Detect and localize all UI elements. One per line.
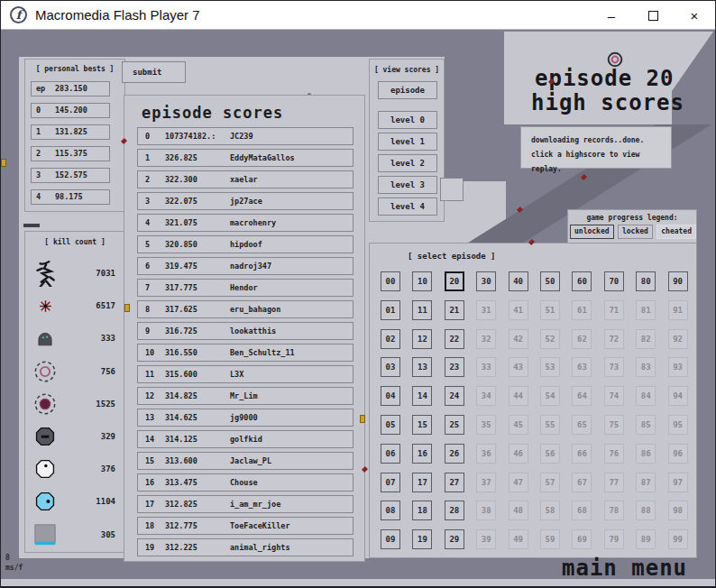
episode-cell-76[interactable]: 76 <box>604 444 624 464</box>
episode-cell-55[interactable]: 55 <box>540 415 560 435</box>
episode-cell-64[interactable]: 64 <box>572 386 592 406</box>
episode-cell-71[interactable]: 71 <box>604 300 624 320</box>
maximize-button[interactable] <box>632 1 674 30</box>
episode-cell-06[interactable]: 06 <box>381 444 400 464</box>
episode-cell-99[interactable]: 99 <box>668 529 688 549</box>
episode-cell-50[interactable]: 50 <box>540 271 560 291</box>
episode-cell-77[interactable]: 77 <box>604 473 624 492</box>
score-row[interactable]: 4 321.075 macrohenry <box>137 214 353 232</box>
score-row[interactable]: 14 314.125 golfkid <box>137 430 353 448</box>
episode-cell-37[interactable]: 37 <box>476 473 496 492</box>
episode-cell-92[interactable]: 92 <box>668 329 688 349</box>
episode-cell-15[interactable]: 15 <box>412 415 432 435</box>
episode-cell-48[interactable]: 48 <box>509 501 528 520</box>
score-row[interactable]: 1 326.825 EddyMataGallos <box>137 149 353 167</box>
episode-cell-54[interactable]: 54 <box>540 386 560 406</box>
score-row[interactable]: 15 313.600 Jaclaw_PL <box>137 452 353 470</box>
episode-cell-03[interactable]: 03 <box>381 357 400 377</box>
score-row[interactable]: 3 322.075 jp27ace <box>137 192 353 210</box>
episode-cell-32[interactable]: 32 <box>476 329 496 349</box>
score-row[interactable]: 11 315.600 L3X <box>137 365 353 383</box>
episode-cell-09[interactable]: 09 <box>381 529 400 549</box>
main-menu-button[interactable]: main menu <box>562 556 687 581</box>
episode-cell-24[interactable]: 24 <box>445 386 464 406</box>
episode-cell-72[interactable]: 72 <box>604 329 624 349</box>
episode-cell-59[interactable]: 59 <box>540 529 560 549</box>
episode-cell-13[interactable]: 13 <box>412 357 432 377</box>
episode-cell-56[interactable]: 56 <box>540 444 560 464</box>
episode-cell-29[interactable]: 29 <box>445 529 464 549</box>
episode-cell-42[interactable]: 42 <box>509 329 528 349</box>
view-level-button[interactable]: level 2 <box>378 154 437 172</box>
episode-cell-27[interactable]: 27 <box>445 473 464 492</box>
episode-cell-08[interactable]: 08 <box>381 501 400 520</box>
episode-cell-82[interactable]: 82 <box>636 329 656 349</box>
episode-cell-83[interactable]: 83 <box>636 357 656 377</box>
episode-cell-04[interactable]: 04 <box>381 386 400 406</box>
episode-cell-87[interactable]: 87 <box>636 473 656 492</box>
episode-cell-19[interactable]: 19 <box>412 529 432 549</box>
episode-cell-89[interactable]: 89 <box>636 529 656 549</box>
episode-cell-81[interactable]: 81 <box>636 300 656 320</box>
episode-cell-70[interactable]: 70 <box>604 271 624 291</box>
episode-cell-67[interactable]: 67 <box>572 473 592 492</box>
episode-cell-60[interactable]: 60 <box>572 271 592 291</box>
episode-cell-79[interactable]: 79 <box>604 529 624 549</box>
score-row[interactable]: 13 314.625 jg9000 <box>137 409 353 427</box>
episode-cell-05[interactable]: 05 <box>381 415 400 435</box>
close-button[interactable]: × <box>674 1 715 30</box>
view-episode-button[interactable]: episode <box>378 81 437 99</box>
episode-cell-39[interactable]: 39 <box>476 529 496 549</box>
episode-cell-85[interactable]: 85 <box>636 415 656 435</box>
score-row[interactable]: 7 317.775 Hendor <box>137 279 353 297</box>
episode-cell-90[interactable]: 90 <box>668 271 688 291</box>
episode-cell-49[interactable]: 49 <box>509 529 528 549</box>
episode-cell-52[interactable]: 52 <box>540 329 560 349</box>
episode-cell-51[interactable]: 51 <box>540 300 560 320</box>
view-level-button[interactable]: level 3 <box>378 176 437 194</box>
episode-cell-91[interactable]: 91 <box>668 300 688 320</box>
episode-cell-57[interactable]: 57 <box>540 473 560 492</box>
score-row[interactable]: 16 313.475 Chouse <box>137 473 353 492</box>
episode-cell-93[interactable]: 93 <box>668 357 688 377</box>
episode-cell-02[interactable]: 02 <box>381 329 400 349</box>
score-row[interactable]: 19 312.225 animal_rights <box>137 538 353 556</box>
episode-cell-86[interactable]: 86 <box>636 444 656 464</box>
episode-cell-33[interactable]: 33 <box>476 357 496 377</box>
episode-cell-10[interactable]: 10 <box>412 271 432 291</box>
episode-cell-00[interactable]: 00 <box>381 271 400 291</box>
episode-cell-62[interactable]: 62 <box>572 329 592 349</box>
score-row[interactable]: 6 319.475 nadroj347 <box>137 257 353 275</box>
episode-cell-46[interactable]: 46 <box>509 444 528 464</box>
view-level-button[interactable]: level 0 <box>378 111 437 129</box>
episode-cell-68[interactable]: 68 <box>572 501 592 520</box>
episode-cell-16[interactable]: 16 <box>412 444 432 464</box>
minimize-button[interactable]: – <box>591 1 632 30</box>
episode-cell-53[interactable]: 53 <box>540 357 560 377</box>
episode-cell-88[interactable]: 88 <box>636 501 656 520</box>
episode-cell-35[interactable]: 35 <box>476 415 496 435</box>
episode-cell-38[interactable]: 38 <box>476 501 496 520</box>
episode-cell-74[interactable]: 74 <box>604 386 624 406</box>
episode-cell-41[interactable]: 41 <box>509 300 528 320</box>
episode-cell-97[interactable]: 97 <box>668 473 688 492</box>
score-row[interactable]: 5 320.850 hipdoof <box>137 235 353 253</box>
episode-cell-84[interactable]: 84 <box>636 386 656 406</box>
view-level-button[interactable]: level 1 <box>378 133 437 151</box>
episode-cell-12[interactable]: 12 <box>412 329 432 349</box>
score-row[interactable]: 18 312.775 ToeFaceKiller <box>137 517 353 535</box>
score-row[interactable]: 0 107374182.: JC239 <box>137 127 353 145</box>
episode-cell-96[interactable]: 96 <box>668 444 688 464</box>
episode-cell-78[interactable]: 78 <box>604 501 624 520</box>
score-row[interactable]: 17 312.825 i_am_mr_joe <box>137 495 353 513</box>
episode-cell-21[interactable]: 21 <box>445 300 464 320</box>
episode-cell-07[interactable]: 07 <box>381 473 400 492</box>
episode-cell-22[interactable]: 22 <box>445 329 464 349</box>
episode-cell-34[interactable]: 34 <box>476 386 496 406</box>
score-row[interactable]: 9 316.725 lookatthis <box>137 322 353 340</box>
episode-cell-45[interactable]: 45 <box>509 415 528 435</box>
episode-cell-61[interactable]: 61 <box>572 300 592 320</box>
episode-cell-30[interactable]: 30 <box>476 271 496 291</box>
episode-cell-17[interactable]: 17 <box>412 473 432 492</box>
view-level-button[interactable]: level 4 <box>378 198 437 216</box>
